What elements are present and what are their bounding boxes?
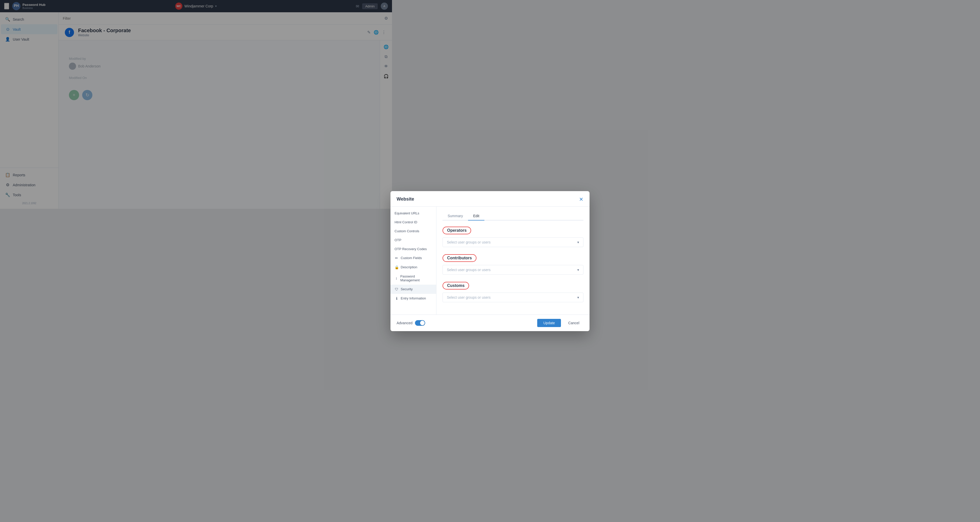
modal-header: Website ✕	[390, 191, 392, 207]
modal-overlay: Website ✕ Equivalent URLs Html Control I…	[0, 0, 392, 209]
modal-body: Equivalent URLs Html Control ID Custom C…	[390, 207, 392, 209]
modal: Website ✕ Equivalent URLs Html Control I…	[390, 191, 392, 209]
modal-nav-equivalent-urls[interactable]: Equivalent URLs	[390, 209, 392, 209]
modal-nav: Equivalent URLs Html Control ID Custom C…	[390, 207, 392, 209]
